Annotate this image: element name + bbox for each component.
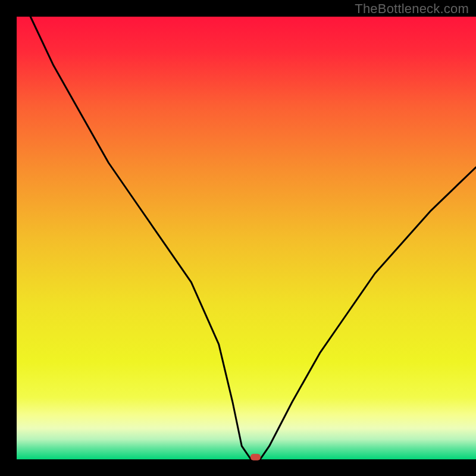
bottleneck-chart xyxy=(0,0,476,476)
optimum-marker xyxy=(250,454,261,461)
watermark-text: TheBottleneck.com xyxy=(355,1,469,17)
chart-frame: TheBottleneck.com xyxy=(0,0,476,476)
